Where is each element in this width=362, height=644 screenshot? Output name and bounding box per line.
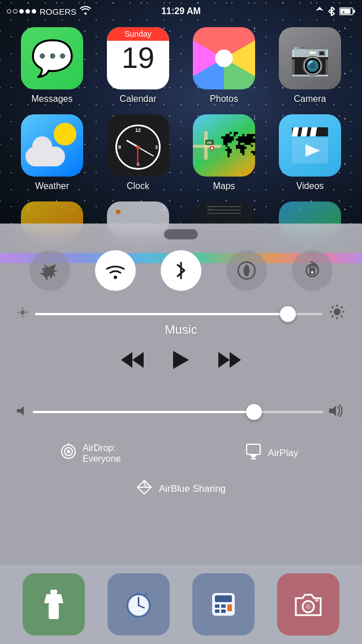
airdrop-button[interactable]: AirDrop:Everyone [0,432,182,474]
app-videos[interactable]: Videos [273,114,347,191]
app-messages[interactable]: Messages [15,27,89,104]
airblue-icon [136,479,152,498]
toggle-row [0,245,362,296]
volume-row [17,405,345,419]
svg-rect-46 [247,444,260,454]
brightness-high-icon [329,304,345,324]
fastforward-button[interactable] [218,351,242,371]
airplay-label: AirPlay [268,448,298,459]
status-right: + [316,7,355,16]
volume-thumb[interactable] [246,404,262,420]
camera-label: Camera [294,94,326,104]
app-row-1: Messages Sunday 19 Calendar Photos Camer… [9,27,353,104]
app-camera[interactable]: Camera [273,27,347,104]
maps-label: Maps [213,181,235,191]
status-time: 11:29 AM [161,6,201,16]
camera-shortcut[interactable] [277,573,339,636]
volume-fill [33,411,254,413]
clock-icon: 12 3 6 9 [107,114,169,177]
location-icon [316,7,324,16]
calculator-shortcut[interactable] [192,573,255,636]
app-clock[interactable]: 12 3 6 9 Clock [101,114,175,191]
timer-shortcut[interactable] [107,573,170,636]
photos-icon [193,27,255,89]
flashlight-shortcut[interactable] [23,573,85,636]
calendar-label: Calendar [120,94,157,104]
airplay-button[interactable]: AirPlay [182,432,363,474]
signal-dot-1 [7,9,11,14]
wifi-status-icon [80,6,91,18]
status-bar: ROGERS 11:29 AM + [0,0,362,23]
svg-rect-66 [221,604,226,608]
bluetooth-toggle[interactable] [161,250,201,291]
brightness-low-icon [17,307,28,321]
svg-point-71 [305,604,311,609]
control-center: Music [0,224,362,644]
videos-icon [279,114,341,177]
maps-svg: 280 [193,117,221,174]
svg-point-17 [114,276,117,279]
svg-line-34 [341,307,343,308]
maps-icon: 280 [193,114,255,177]
clock-face: 12 3 6 9 [115,124,161,170]
app-maps[interactable]: 280 Maps [187,114,261,191]
svg-point-10 [211,147,213,149]
svg-rect-64 [215,595,232,602]
clock-12: 12 [135,127,141,133]
wifi-toggle[interactable] [95,250,136,291]
rewind-button[interactable] [120,351,144,371]
svg-rect-67 [227,604,232,611]
app-photos[interactable]: Photos [187,27,261,104]
airplay-icon [245,443,262,464]
svg-rect-65 [215,604,219,608]
cc-handle[interactable] [164,229,198,239]
svg-line-32 [341,316,343,317]
signal-dot-3 [19,9,24,14]
svg-rect-68 [215,609,219,613]
app-calendar[interactable]: Sunday 19 Calendar [101,27,175,104]
svg-rect-2 [354,10,355,13]
brightness-track[interactable] [35,313,322,315]
signal-dots [7,9,36,14]
brightness-thumb[interactable] [280,306,296,322]
svg-point-44 [67,450,70,453]
svg-marker-36 [132,352,144,368]
svg-marker-39 [230,352,241,368]
svg-marker-35 [121,352,132,368]
status-left: ROGERS [7,6,91,18]
svg-point-20 [311,271,313,273]
battery-icon: + [339,7,355,15]
calendar-day: Sunday [107,27,169,41]
volume-high-icon [329,405,345,419]
messages-icon [21,27,83,89]
app-row-2: Weather 12 3 6 9 Clock [9,114,353,191]
svg-line-33 [332,316,334,317]
signal-dot-4 [25,9,30,14]
app-grid: Messages Sunday 19 Calendar Photos Camer… [0,27,362,240]
music-label: Music [0,323,362,337]
rotation-toggle[interactable] [292,250,333,291]
weather-icon [21,114,83,177]
airblue-label: AirBlue Sharing [159,483,226,495]
videos-label: Videos [296,181,324,191]
volume-track[interactable] [33,411,324,413]
play-button[interactable] [172,350,190,372]
svg-marker-38 [218,352,230,368]
svg-marker-52 [144,480,151,487]
brightness-fill [35,313,288,315]
airplane-toggle[interactable] [29,250,70,291]
airblue-row[interactable]: AirBlue Sharing [0,470,362,508]
bluetooth-status-icon [327,7,336,16]
clock-3: 3 [155,144,158,150]
svg-text:280: 280 [207,141,212,144]
airdrop-label: AirDrop:Everyone [83,443,121,464]
clock-center-dot [136,145,140,149]
donotdisturb-toggle[interactable] [226,250,267,291]
videos-svg [287,123,333,168]
calendar-date: 19 [122,43,154,72]
svg-line-62 [144,593,146,595]
svg-marker-54 [44,594,63,603]
camera-icon [279,27,341,89]
carrier-label: ROGERS [40,7,76,16]
app-weather[interactable]: Weather [15,114,89,191]
